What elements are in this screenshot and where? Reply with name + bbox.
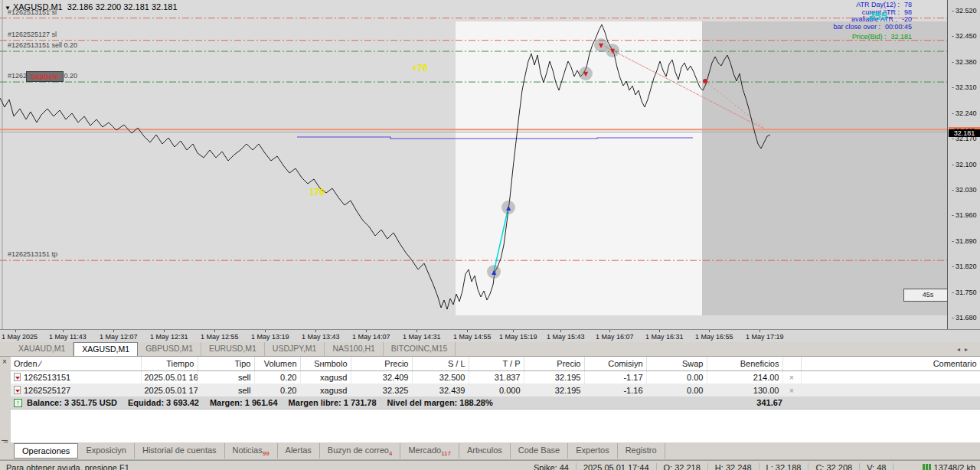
time-axis[interactable]: 1 May 20251 May 11:431 May 12:071 May 12… [0,329,980,342]
table-header-row[interactable]: Orden ∕TiempoTipoVolumenSнmboloPrecioS /… [11,357,980,370]
time-label: 1 May 16:31 [645,333,684,341]
status-segment: V: 48 [860,463,893,470]
price-tick: -31.680 [952,314,977,321]
terminal-close-icon[interactable]: × [2,358,7,366]
terminal-tab-art-culos[interactable]: Artнculos [459,443,511,459]
time-tick [416,330,417,332]
connection-bars-icon [923,464,932,470]
status-segment: Spike: 44 [527,463,577,470]
chart-tab-nas100-h1[interactable]: NAS100,H1 [325,342,383,356]
column-header-tiempo[interactable]: Tiempo [141,357,198,370]
column-header-s-l[interactable]: S / L [412,357,469,370]
chart-area[interactable]: ▲▲▼▼▼ ▼XAGUSD,M1 32.186 32.200 32.181 32… [0,0,947,329]
column-header-volumen[interactable]: Volumen [254,357,300,370]
balance-item: Margen: 1 961.64 [210,398,278,407]
status-segment: L: 32.188 [760,463,809,470]
status-segment: O: 32.218 [657,463,708,470]
time-label: 1 May 17:19 [746,333,784,341]
column-header-s-mbolo[interactable]: Sнmbolo [300,357,351,370]
right-shaded-zone [702,21,947,315]
time-label: 1 May 16:55 [695,333,733,341]
chart-tab-gbpusd-m1[interactable]: GBPUSD,M1 [138,342,201,356]
time-tick [366,330,367,332]
terminal-tab-noticias[interactable]: Noticias99 [225,443,278,459]
terminal-tab-expertos[interactable]: Expertos [568,443,617,459]
price-tick: -32.030 [952,186,977,194]
cell-comisiyn: -1.17 [584,370,646,384]
time-label: 1 May 15:43 [547,333,585,341]
time-label: 1 May 2025 [2,333,38,341]
column-header-comisiyn[interactable]: Comisiyn [584,357,646,370]
close-order-icon[interactable]: × [789,387,794,395]
cell-precio: 32.195 [524,370,584,384]
column-header-precio[interactable]: Precio [351,357,412,370]
price-scale[interactable]: -32.520-32.450-32.380-32.310-32.240-32.1… [947,0,980,329]
sell-arrow-icon: ▼ [583,70,589,77]
price-tick: -32.380 [952,58,977,66]
operations-table: Orden ∕TiempoTipoVolumenSнmboloPrecioS /… [11,357,980,397]
order-row-1262525127[interactable]: 12625251272025.05.01 17:02:01sell0.20xag… [11,384,980,397]
balance-up-icon: ↑ [14,399,22,407]
price-chart[interactable]: ▲▲▼▼▼ [0,0,947,329]
column-header-t-p[interactable]: T / P [469,357,524,370]
connection-status: 13748/2 kb [923,463,975,470]
chart-tab-bitcoinc-m15[interactable]: BITCOINC,M15 [384,342,456,356]
column-header-beneficios[interactable]: Beneficios [707,357,782,370]
column-header-close[interactable] [782,357,801,370]
cell-tiempo: 2025.05.01 17:02:01 [141,384,198,397]
time-label: 1 May 13:43 [302,333,340,341]
terminal-tab-registro[interactable]: Registro [618,443,665,459]
terminal-tab-operaciones[interactable]: Operaciones [14,443,78,459]
tab-scroll-arrows[interactable]: ◂▸ [957,346,972,353]
chart-tab-eurusd-m1[interactable]: EURUSD,M1 [201,342,265,356]
sell-order-icon [14,373,21,381]
column-header-swap[interactable]: Swap [646,357,707,370]
tab-badge: 117 [441,450,451,457]
terminal-tab-code-base[interactable]: Code Base [511,443,568,459]
sell-dot-marker [703,79,707,83]
terminal-tab-mercado[interactable]: Mercado117 [400,443,459,459]
cell-s-l: 32.500 [412,370,469,384]
cell-comisiyn: -1.16 [584,384,646,397]
buy-arrow-icon: ▲ [492,269,497,276]
cell-tipo: sell [198,370,254,384]
supdem-tooltip: SupDem [26,71,64,82]
order-number: 1262525127 [24,386,70,395]
cell-beneficios: 130.00 [707,384,782,397]
chart-tab-usdjpy-m1[interactable]: USDJPY,M1 [265,342,325,356]
terminal-tab-historial-de-cuentas[interactable]: Historial de cuentas [135,443,225,459]
column-header-orden[interactable]: Orden ∕ [11,357,141,370]
time-tick [659,330,660,332]
column-header-precio[interactable]: Precio [524,357,584,370]
price-tick: -32.100 [952,161,977,168]
time-tick [709,330,710,332]
price-tick: -32.310 [952,83,977,91]
time-tick [164,330,165,332]
chart-tab-xagusd-m1[interactable]: XAGUSD,M1 [74,342,138,356]
time-tick [760,330,760,332]
column-header-comentario[interactable]: Comentario [801,357,980,370]
chart-tab-xauaud-m1[interactable]: XAUAUD,M1 [11,342,74,356]
terminal-tab-exposiciyn[interactable]: Exposiciyn [78,443,135,459]
column-header-tipo[interactable]: Tipo [198,357,254,370]
sell-arrow-icon: ▼ [610,47,616,54]
close-order-icon[interactable]: × [789,374,794,382]
price-tick: -32.450 [952,32,977,40]
terminal-tab-alertas[interactable]: Alertas [278,443,320,459]
cell-precio: 32.409 [351,370,412,384]
atr-row-value: 98 [904,8,912,16]
cell-swap: 0.00 [646,370,707,384]
sell-arrow-icon: ▼ [599,42,604,49]
atr-row-value: -20 [902,15,912,23]
atr-row-value: 00:00:45 [885,23,912,31]
atr-overlay-value: 255 [868,9,887,22]
terminal-tab-buzyn-de-correo[interactable]: Buzyn de correo4 [320,443,401,459]
atr-row-label: bar close over : [833,23,880,31]
time-label: 1 May 11:43 [49,333,87,341]
cell-precio: 32.195 [524,384,584,397]
bid-price-badge: 32.181 [949,129,980,137]
order-row-1262513151[interactable]: 12625131512025.05.01 16:17:59sell0.20xag… [11,370,980,384]
cell-comentario [801,370,980,384]
mt4-terminal-window: { "chart": { "title": { "dropdown_icon":… [0,0,980,470]
status-ohlcv: Spike: 442025.05.01 17:44O: 32.218H: 32.… [527,463,893,470]
